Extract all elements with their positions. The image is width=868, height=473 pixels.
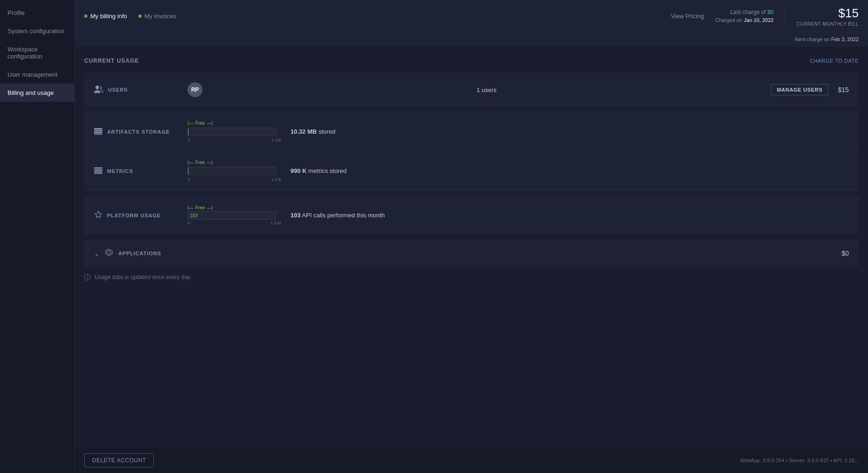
info-note-text: Usage data is updated once every day. (94, 274, 191, 280)
metrics-label: METRICS (94, 167, 178, 175)
chevron-down-icon[interactable]: ⌄ (94, 250, 100, 257)
applications-row: ⌄ APPLICATIONS $0 (85, 240, 858, 266)
manage-users-button[interactable]: MANAGE USERS (771, 84, 829, 95)
delete-account-button[interactable]: DELETE ACCOUNT (84, 453, 154, 467)
top-bar: My billing info My invoices View Pricing… (75, 0, 868, 33)
users-row: USERS RP 1 users MANAGE USERS $15 (85, 74, 858, 106)
artifacts-bar-container: |— Free —| 0 2 GB (188, 121, 281, 143)
tab-billing-info[interactable]: My billing info (84, 9, 127, 23)
tab-links: My billing info My invoices (84, 9, 671, 23)
tab-invoices[interactable]: My invoices (138, 9, 176, 23)
next-charge-bar: Next charge on Feb 3, 2022 (75, 33, 868, 46)
svg-rect-5 (94, 169, 102, 170)
users-avatar: RP (188, 82, 203, 97)
metrics-bar-label: |— Free —| (188, 160, 281, 165)
sidebar-item-profile[interactable]: Profile (0, 4, 74, 22)
users-icon (94, 86, 103, 94)
tab-label-billing: My billing info (90, 13, 127, 20)
metrics-icon (94, 167, 102, 175)
monthly-bill-label: CURRENT MONTHLY BILL (796, 22, 859, 27)
svg-rect-2 (94, 132, 102, 133)
billing-info-right: Last charge of $0 Charged on Jan 10, 202… (715, 6, 859, 27)
sidebar-item-workspace-config[interactable]: Workspace configuration (0, 40, 74, 65)
metrics-bar-track (188, 167, 276, 175)
view-pricing-button[interactable]: View Pricing (671, 13, 704, 20)
svg-rect-8 (94, 173, 102, 174)
sidebar-item-user-management[interactable]: User management (0, 65, 74, 84)
sidebar-item-label: User management (7, 71, 58, 78)
tab-dot-billing (84, 14, 87, 18)
applications-icon (105, 249, 113, 258)
last-charge-amount: $0 (767, 9, 774, 15)
metrics-row: METRICS |— Free —| 0 1.2 B (85, 151, 858, 190)
artifacts-bar-label: |— Free —| (188, 121, 281, 126)
charge-to-date-button[interactable]: CHARGE TO DATE (810, 58, 859, 64)
platform-bar-track: 103 (188, 211, 276, 220)
artifacts-label: ARTIFACTS STORAGE (94, 128, 178, 136)
platform-count: 103 (190, 213, 198, 218)
metrics-bar-container: |— Free —| 0 1.2 B (188, 160, 281, 182)
metrics-bar-fill (188, 167, 188, 175)
svg-rect-3 (94, 134, 102, 135)
info-note: i Usage data is updated once every day. (84, 272, 859, 282)
users-cost: $15 (838, 86, 849, 93)
last-charge-label: Last charge of $0 (715, 9, 774, 15)
users-count: 1 users (212, 86, 761, 93)
artifacts-bar-track (188, 128, 276, 136)
metrics-info: 990 K metrics stored (290, 167, 347, 174)
platform-usage-card: PLATFORM USAGE |— Free —| 103 0 1.2 M (84, 196, 859, 234)
sidebar-item-label: System configuration (7, 28, 64, 35)
charge-date: Jan 10, 2022 (744, 17, 774, 23)
applications-cost: $0 (841, 250, 849, 257)
sidebar-item-billing[interactable]: Billing and usage (0, 84, 74, 102)
sidebar-item-label: Workspace configuration (7, 46, 42, 60)
users-label: USERS (94, 86, 178, 94)
platform-row: PLATFORM USAGE |— Free —| 103 0 1.2 M (85, 197, 858, 234)
svg-marker-10 (107, 251, 111, 254)
artifacts-bar-fill (188, 128, 188, 136)
version-info: WebApp: 3.8.0-254 • Server: 3.8.0-637 • … (740, 458, 859, 463)
section-title: CURRENT USAGE (84, 57, 139, 64)
users-card: USERS RP 1 users MANAGE USERS $15 (84, 73, 859, 106)
storage-metrics-card: ARTIFACTS STORAGE |— Free —| 0 2 GB (84, 112, 859, 191)
next-charge-label: Next charge on (795, 36, 830, 42)
platform-bar-minmax: 0 1.2 M (188, 221, 281, 225)
sidebar-item-system-config[interactable]: System configuration (0, 22, 74, 40)
applications-card: ⌄ APPLICATIONS $0 (84, 240, 859, 266)
platform-bar-label: |— Free —| (188, 205, 281, 210)
svg-rect-0 (94, 128, 102, 129)
platform-label: PLATFORM USAGE (94, 211, 178, 220)
svg-rect-1 (94, 130, 102, 131)
svg-rect-4 (94, 167, 102, 168)
sidebar-item-label: Profile (7, 9, 25, 16)
last-charge-block: Last charge of $0 Charged on Jan 10, 202… (715, 6, 785, 27)
bottom-bar: DELETE ACCOUNT WebApp: 3.8.0-254 • Serve… (75, 447, 868, 473)
artifacts-icon (94, 128, 102, 136)
artifacts-storage-row: ARTIFACTS STORAGE |— Free —| 0 2 GB (85, 112, 858, 151)
platform-icon (94, 211, 102, 220)
charged-on-row: Charged on Jan 10, 2022 (715, 16, 774, 23)
artifacts-info: 10.32 MB stored (290, 128, 335, 135)
monthly-bill-block: $15 CURRENT MONTHLY BILL (796, 6, 859, 27)
info-icon: i (84, 274, 91, 280)
metrics-bar-minmax: 0 1.2 B (188, 177, 281, 182)
sidebar-item-label: Billing and usage (7, 89, 54, 96)
monthly-bill-amount: $15 (839, 6, 859, 21)
artifacts-bar-minmax: 0 2 GB (188, 138, 281, 143)
tab-label-invoices: My invoices (145, 13, 176, 20)
next-charge-date: Feb 3, 2022 (831, 36, 859, 42)
applications-label: APPLICATIONS (118, 251, 203, 256)
content-area: CURRENT USAGE CHARGE TO DATE USER (75, 46, 868, 447)
sidebar: Profile System configuration Workspace c… (0, 0, 75, 473)
platform-info: 103 API calls performed this month (290, 212, 385, 219)
svg-marker-9 (106, 249, 112, 256)
svg-rect-7 (94, 172, 102, 172)
section-header: CURRENT USAGE CHARGE TO DATE (84, 57, 859, 64)
platform-bar-container: |— Free —| 103 0 1.2 M (188, 205, 281, 225)
tab-dot-invoices (138, 14, 142, 18)
svg-rect-6 (94, 170, 102, 171)
main-content: My billing info My invoices View Pricing… (75, 0, 868, 473)
